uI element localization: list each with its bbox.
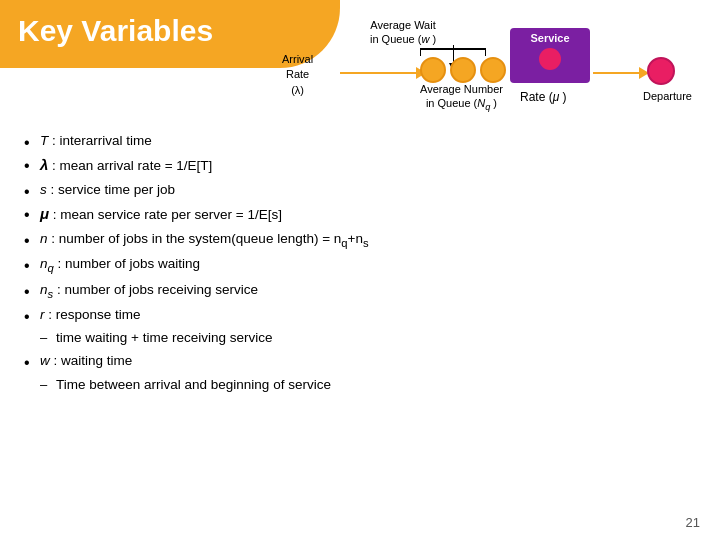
symbol-nq: nq <box>40 256 54 271</box>
list-item-w-sub: Time between arrival and beginning of se… <box>18 374 706 396</box>
page-number: 21 <box>686 515 700 530</box>
list-item-w: w : waiting time <box>18 350 706 372</box>
queue-circle-1 <box>420 57 446 83</box>
avg-wait-text: in Queue (w ) <box>370 33 436 45</box>
arrival-rate-label: Arrival Rate (λ) <box>282 52 313 98</box>
list-item-r: r : response time <box>18 304 706 326</box>
departure-label: Departure <box>643 90 692 102</box>
bracket-right <box>485 48 486 56</box>
symbol-mu: μ <box>40 205 49 222</box>
queue-circles <box>420 57 506 83</box>
bracket-left <box>420 48 421 56</box>
departure-circle <box>647 57 675 85</box>
list-item-T: T : interarrival time <box>18 130 706 152</box>
arrival-arrow <box>340 72 420 74</box>
service-circle <box>539 48 561 70</box>
service-box: Service <box>510 28 590 83</box>
list-item-nq: nq : number of jobs waiting <box>18 253 706 277</box>
list-item-r-sub: time waiting + time receiving service <box>18 327 706 349</box>
list-item-lambda: λ : mean arrival rate = 1/E[T] <box>18 153 706 178</box>
service-label: Service <box>530 32 569 44</box>
rate-mu-label: Rate (μ ) <box>520 90 567 104</box>
symbol-ns: ns <box>40 282 53 297</box>
avg-num-label: Average Number in Queue (Nq ) <box>420 82 503 114</box>
avg-wait-label: Average Wait in Queue (w ) <box>370 18 436 47</box>
symbol-n: n <box>40 231 48 246</box>
symbol-T: T <box>40 133 48 148</box>
list-item-mu: μ : mean service rate per server = 1/E[s… <box>18 202 706 227</box>
symbol-s: s <box>40 182 47 197</box>
symbol-lambda: λ <box>40 156 48 173</box>
symbol-r: r <box>40 307 45 322</box>
list-item-ns: ns : number of jobs receiving service <box>18 279 706 303</box>
list-item-n: n : number of jobs in the system(queue l… <box>18 228 706 252</box>
page-title: Key Variables <box>18 14 213 48</box>
queue-circle-3 <box>480 57 506 83</box>
queue-circle-2 <box>450 57 476 83</box>
content-area: T : interarrival time λ : mean arrival r… <box>18 130 706 397</box>
bullet-list: T : interarrival time λ : mean arrival r… <box>18 130 706 396</box>
service-arrow <box>593 72 643 74</box>
symbol-w: w <box>40 353 50 368</box>
list-item-s: s : service time per job <box>18 179 706 201</box>
